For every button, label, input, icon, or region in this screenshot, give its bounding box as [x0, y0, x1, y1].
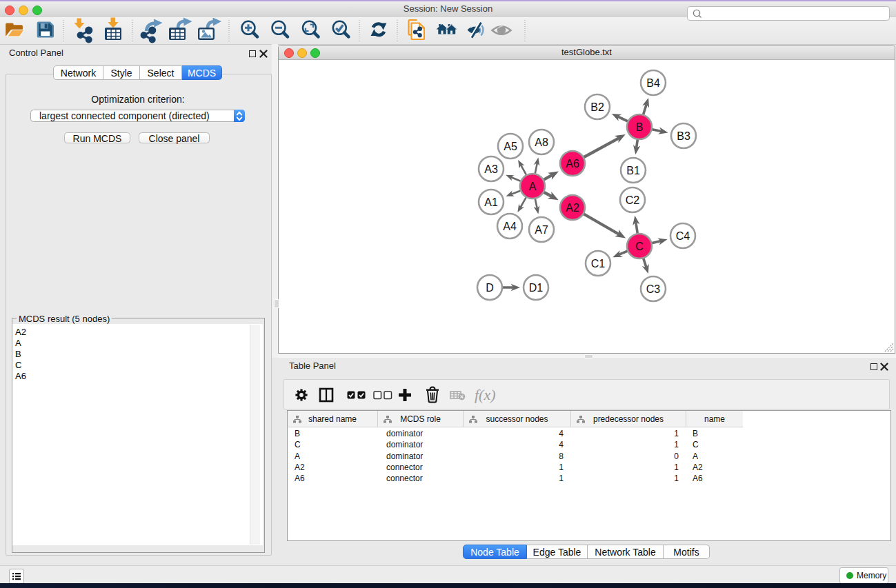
svg-text:B1: B1: [626, 165, 640, 176]
svg-text:B3: B3: [677, 130, 690, 142]
svg-text:C2: C2: [626, 194, 640, 206]
svg-text:B2: B2: [590, 101, 604, 113]
svg-text:A7: A7: [535, 224, 548, 236]
svg-text:C3: C3: [646, 283, 661, 295]
svg-text:D1: D1: [529, 282, 544, 294]
svg-text:C4: C4: [676, 230, 690, 242]
svg-text:A1: A1: [484, 196, 498, 208]
svg-text:C1: C1: [591, 258, 606, 270]
svg-text:A: A: [529, 181, 537, 192]
svg-text:A6: A6: [566, 158, 579, 170]
svg-text:C: C: [635, 241, 644, 252]
svg-text:A8: A8: [535, 136, 548, 148]
svg-text:A3: A3: [484, 163, 498, 175]
svg-text:A5: A5: [504, 141, 517, 152]
svg-text:A2: A2: [566, 202, 579, 214]
svg-text:B4: B4: [646, 77, 660, 89]
svg-text:D: D: [486, 282, 494, 294]
svg-text:B: B: [636, 121, 644, 133]
svg-text:A4: A4: [503, 221, 517, 232]
svg-text:f(x): f(x): [475, 386, 496, 403]
